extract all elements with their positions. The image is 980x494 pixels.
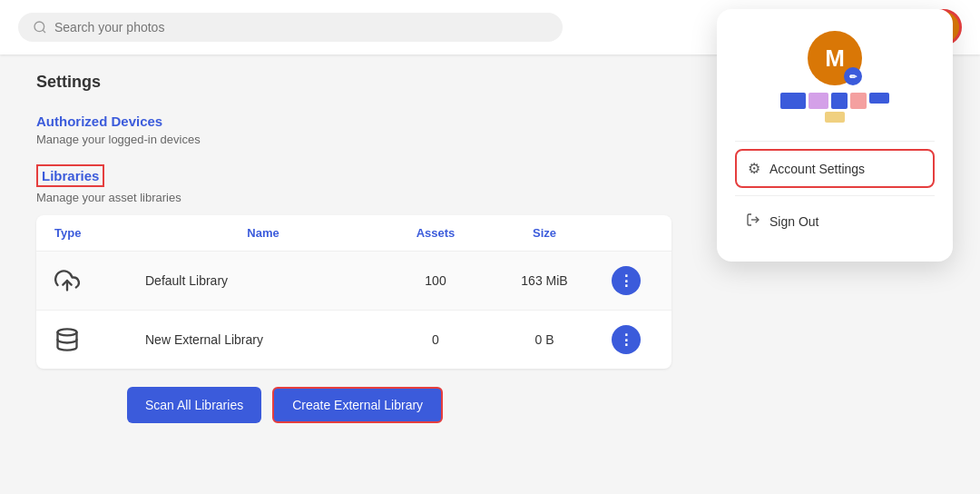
thumb-1 (780, 93, 806, 109)
search-input[interactable] (54, 20, 548, 35)
col-type: Type (54, 226, 145, 240)
library-table: Type Name Assets Size Default Library 10… (36, 215, 671, 369)
library-size: 163 MiB (490, 273, 599, 288)
account-settings-item[interactable]: ⚙ Account Settings (735, 149, 935, 188)
library-menu-button[interactable]: ⋮ (612, 266, 641, 295)
library-assets: 0 (381, 332, 490, 347)
sign-out-label: Sign Out (769, 214, 818, 229)
scan-all-libraries-button[interactable]: Scan All Libraries (127, 387, 261, 423)
thumb-4 (850, 93, 867, 109)
library-type-icon-upload (54, 268, 145, 293)
thumb-2 (808, 93, 828, 109)
svg-line-1 (43, 30, 45, 33)
table-row: Default Library 100 163 MiB ⋮ (36, 252, 671, 311)
sign-out-icon (746, 212, 760, 231)
create-external-library-button[interactable]: Create External Library (272, 387, 443, 423)
libraries-link[interactable]: Libraries (36, 164, 104, 187)
popup-divider (735, 141, 935, 142)
col-size: Size (490, 226, 599, 240)
library-actions[interactable]: ⋮ (599, 266, 653, 295)
search-icon (33, 20, 47, 35)
avatar-edit-icon[interactable]: ✏ (844, 67, 862, 85)
library-menu-button[interactable]: ⋮ (612, 325, 641, 354)
gear-icon: ⚙ (748, 160, 760, 177)
svg-point-0 (34, 22, 44, 32)
table-header: Type Name Assets Size (36, 215, 671, 252)
thumb-6 (825, 112, 845, 123)
popup-avatar: M ✏ (808, 31, 862, 85)
col-actions (599, 226, 653, 240)
table-row: New External Library 0 0 B ⋮ (36, 311, 671, 369)
sign-out-item[interactable]: Sign Out (735, 203, 935, 240)
library-name: New External Library (145, 332, 381, 347)
popup-divider-2 (735, 195, 935, 196)
library-size: 0 B (490, 332, 599, 347)
thumb-5 (869, 93, 889, 104)
search-bar[interactable] (18, 13, 563, 42)
col-assets: Assets (381, 226, 490, 240)
popup-avatar-area: M ✏ (735, 31, 935, 123)
photo-thumbnails (780, 93, 889, 123)
library-actions[interactable]: ⋮ (599, 325, 653, 354)
library-assets: 100 (381, 273, 490, 288)
account-settings-label: Account Settings (769, 162, 865, 176)
library-type-icon-db (54, 327, 145, 352)
bottom-actions: Scan All Libraries Create External Libra… (127, 387, 944, 423)
user-dropdown-popup: M ✏ ⚙ Account Settings Sign Out (717, 9, 953, 262)
library-name: Default Library (145, 273, 381, 288)
svg-point-3 (58, 329, 77, 335)
thumb-3 (831, 93, 848, 109)
col-name: Name (145, 226, 381, 240)
